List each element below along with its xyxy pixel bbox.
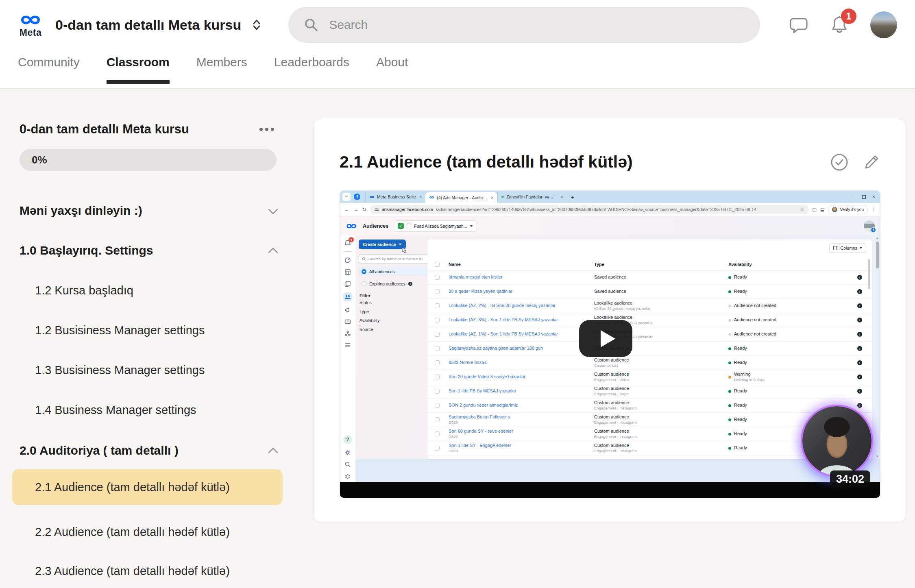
forward-icon[interactable]: → bbox=[353, 207, 358, 213]
filter-source[interactable]: Source bbox=[359, 325, 431, 334]
lesson-item-1-2b[interactable]: 1.2 Busisiness Manager settings bbox=[20, 321, 277, 339]
business-selector[interactable]: ✓ Fuad Alizada Saglamyash... bbox=[394, 220, 477, 232]
close-tab-icon[interactable]: × bbox=[491, 195, 493, 200]
edit-pencil-icon[interactable] bbox=[863, 153, 880, 171]
audience-name-link[interactable]: Lookalike (AZ, 3%) - Son 1 ilde FB Sy ME… bbox=[449, 317, 594, 323]
tab-about[interactable]: About bbox=[376, 50, 408, 84]
audience-row[interactable]: Idmanla mesgul olan kisilerSaved audienc… bbox=[427, 270, 872, 285]
tab-community[interactable]: Community bbox=[18, 50, 80, 84]
mark-complete-icon[interactable] bbox=[830, 153, 849, 172]
lesson-item-1-3[interactable]: 1.3 Busisiness Manager settings bbox=[20, 361, 277, 379]
audience-row[interactable]: Saglamyasha Butun Follower sD329Custom a… bbox=[427, 413, 872, 427]
audience-name-link[interactable]: Lookalike (AZ, 2%) - IG Son 30 gunde mes… bbox=[449, 303, 594, 309]
ads-audiences-icon[interactable] bbox=[343, 292, 352, 301]
row-checkbox[interactable] bbox=[435, 446, 440, 451]
audience-name-link[interactable]: Son 1 ilde FB Sy MESAJ yazanlar bbox=[449, 388, 594, 394]
row-checkbox[interactable] bbox=[435, 403, 440, 408]
audience-name-link[interactable]: Lookalike (AZ, 1%) - Son 1 ilde FB Sy ME… bbox=[449, 331, 594, 337]
play-button[interactable] bbox=[579, 320, 632, 357]
course-switcher-icon[interactable] bbox=[252, 18, 261, 31]
section-1-0[interactable]: 1.0 Başlayırıq. Settings bbox=[20, 242, 277, 259]
row-checkbox[interactable] bbox=[435, 332, 440, 337]
audience-name-link[interactable]: 30 a qeder Pizza yeyen qadinlar bbox=[449, 289, 594, 294]
window-close-icon[interactable]: × bbox=[872, 194, 875, 200]
browser-tab-zancafil[interactable]: ♥ Zancafilin Faydaları və Zərərləri× bbox=[497, 192, 567, 202]
tab-classroom[interactable]: Classroom bbox=[107, 50, 170, 84]
filter-availability[interactable]: Availability bbox=[359, 316, 431, 325]
filter-status[interactable]: Status bbox=[359, 298, 431, 307]
help-icon[interactable]: ? bbox=[343, 435, 352, 444]
rail-search-icon[interactable] bbox=[344, 461, 351, 468]
row-checkbox[interactable] bbox=[435, 389, 440, 394]
course-menu-button[interactable] bbox=[257, 125, 277, 133]
audience-name-link[interactable]: SON 2 gundu xeber almadiglarimiz bbox=[449, 403, 594, 408]
lesson-item-2-2[interactable]: 2.2 Audience (tam detallı hədəf kütlə) bbox=[20, 523, 277, 541]
audience-row[interactable]: 30 a qeder Pizza yeyen qadinlarSaved aud… bbox=[427, 285, 872, 299]
radio-expiring-audiences[interactable]: Expiring audiences i bbox=[359, 279, 431, 288]
browser-tab-business-suite[interactable]: Meta Business Suite× bbox=[365, 192, 425, 202]
chat-icon[interactable] bbox=[789, 15, 808, 35]
ads-all-tools-icon[interactable] bbox=[344, 342, 351, 348]
browser-tab-ads-manager[interactable]: (4) Ads Manager - Audiences× bbox=[425, 192, 497, 203]
user-avatar[interactable] bbox=[870, 11, 897, 38]
audience-row[interactable]: Lookalike (AZ, 2%) - IG Son 30 gunde mes… bbox=[427, 299, 872, 313]
row-checkbox[interactable] bbox=[435, 275, 440, 280]
row-checkbox[interactable] bbox=[435, 303, 440, 308]
global-search[interactable]: Search bbox=[288, 7, 760, 43]
audience-row[interactable]: Lookalike (AZ, 1%) - Son 1 ilde FB Sy ME… bbox=[427, 327, 872, 342]
row-checkbox[interactable] bbox=[435, 431, 440, 436]
address-bar[interactable]: adsmanager.facebook.com /adsmanager/audi… bbox=[370, 205, 809, 214]
ads-reports-icon[interactable] bbox=[344, 269, 351, 275]
audience-name-link[interactable]: d329 Nomre bazasi bbox=[449, 360, 594, 366]
audience-row[interactable]: d329 Nomre bazasiCustom audienceCustomer… bbox=[427, 356, 872, 370]
close-tab-icon[interactable]: × bbox=[560, 194, 563, 199]
ads-campaigns-icon[interactable] bbox=[344, 281, 351, 287]
audience-name-link[interactable]: Son 1 ilde SY - Engage edenler bbox=[449, 443, 594, 449]
extensions-icon[interactable]: ⬓ bbox=[820, 207, 824, 212]
audience-row[interactable]: SON 2 gundu xeber almadiglarimizCustom a… bbox=[427, 399, 872, 413]
section-2-0[interactable]: 2.0 Auditoriya ( tam detallı ) bbox=[20, 442, 277, 460]
close-tab-icon[interactable]: × bbox=[419, 194, 422, 199]
audience-row[interactable]: Lookalike (AZ, 3%) - Son 1 ilde FB Sy ME… bbox=[427, 313, 872, 327]
row-checkbox[interactable] bbox=[435, 346, 440, 351]
video-player[interactable]: f Meta Business Suite× (4) Ads Manager -… bbox=[340, 190, 880, 498]
row-checkbox[interactable] bbox=[435, 375, 440, 379]
create-audience-button[interactable]: Create audience bbox=[359, 240, 406, 249]
audience-row[interactable]: Son 1 ilde FB Sy MESAJ yazanlarCustom au… bbox=[427, 384, 872, 399]
row-checkbox[interactable] bbox=[435, 360, 440, 365]
ads-overview-icon[interactable] bbox=[344, 257, 351, 264]
tab-members[interactable]: Members bbox=[196, 50, 247, 84]
tab-leaderboards[interactable]: Leaderboards bbox=[274, 50, 349, 84]
audience-name-link[interactable]: Son 60 gunde SY - save edenler bbox=[449, 429, 594, 434]
lesson-item-1-2a[interactable]: 1.2 Kursa başladıq bbox=[20, 281, 277, 299]
lesson-item-2-3[interactable]: 2.3 Audience (tam detallı hədəf kütlə) bbox=[20, 562, 277, 580]
window-scrollbar[interactable]: ▲ ▼ bbox=[875, 236, 879, 458]
new-tab-button[interactable]: + bbox=[571, 194, 575, 200]
row-checkbox[interactable] bbox=[435, 417, 440, 422]
ads-adverts-icon[interactable] bbox=[344, 307, 351, 313]
table-scrollbar[interactable] bbox=[868, 259, 870, 289]
audience-search-input[interactable]: Search by name or audience ID bbox=[359, 254, 431, 264]
facebook-pinned-tab-icon[interactable]: f bbox=[354, 194, 360, 200]
report-bug-icon[interactable] bbox=[344, 473, 351, 479]
select-all-checkbox[interactable] bbox=[435, 262, 440, 267]
tab-search-icon[interactable] bbox=[342, 193, 351, 201]
ads-notifications-icon[interactable]: 4 bbox=[344, 240, 351, 246]
row-checkbox[interactable] bbox=[435, 289, 440, 294]
window-maximize-icon[interactable] bbox=[862, 195, 866, 199]
audience-row[interactable]: Son 20 gunde Video 3 saniye baxanlarCust… bbox=[427, 370, 872, 384]
back-icon[interactable]: ← bbox=[344, 207, 349, 213]
section-intro[interactable]: Məni yaxşı dinləyin :) bbox=[20, 202, 277, 220]
radio-all-audiences[interactable]: All audiences bbox=[359, 267, 431, 276]
bookmark-star-icon[interactable]: ☆ bbox=[800, 207, 804, 212]
window-minimize-icon[interactable]: – bbox=[853, 194, 856, 200]
reload-icon[interactable]: ↻ bbox=[362, 207, 366, 213]
row-checkbox[interactable] bbox=[435, 318, 440, 322]
notifications-bell-icon[interactable]: 1 bbox=[830, 15, 849, 35]
lesson-item-1-4[interactable]: 1.4 Business Manager settings bbox=[20, 401, 277, 419]
audience-name-link[interactable]: Son 20 gunde Video 3 saniye baxanlar bbox=[449, 374, 594, 380]
ads-user-avatar[interactable]: f bbox=[864, 220, 875, 231]
filter-type[interactable]: Type bbox=[359, 307, 431, 316]
audience-name-link[interactable]: Saglamyasha.az saytina giren adamlar 180… bbox=[449, 346, 594, 351]
columns-button[interactable]: Columns bbox=[829, 243, 866, 253]
